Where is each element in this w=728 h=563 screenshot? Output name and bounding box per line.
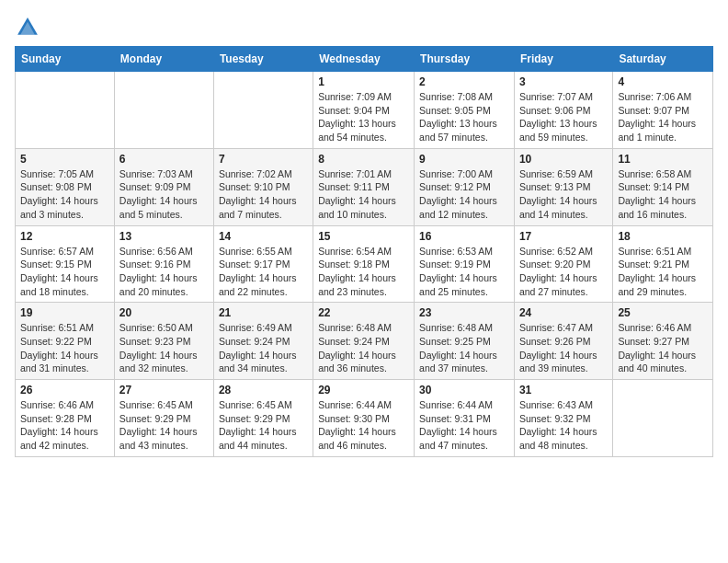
day-number: 15 <box>318 230 409 243</box>
calendar-cell: 4Sunrise: 7:06 AM Sunset: 9:07 PM Daylig… <box>613 72 713 149</box>
calendar-header-row: SundayMondayTuesdayWednesdayThursdayFrid… <box>16 47 713 72</box>
day-number: 14 <box>219 230 308 243</box>
day-number: 30 <box>419 384 509 396</box>
day-info: Sunrise: 6:46 AM Sunset: 9:27 PM Dayligh… <box>618 321 708 375</box>
day-info: Sunrise: 6:48 AM Sunset: 9:25 PM Dayligh… <box>419 321 509 375</box>
calendar-cell: 16Sunrise: 6:53 AM Sunset: 9:19 PM Dayli… <box>415 225 515 303</box>
day-info: Sunrise: 6:44 AM Sunset: 9:30 PM Dayligh… <box>318 398 409 453</box>
calendar-cell: 30Sunrise: 6:44 AM Sunset: 9:31 PM Dayli… <box>415 380 515 457</box>
calendar-cell: 10Sunrise: 6:59 AM Sunset: 9:13 PM Dayli… <box>514 148 612 225</box>
calendar-table: SundayMondayTuesdayWednesdayThursdayFrid… <box>15 46 713 457</box>
day-info: Sunrise: 7:01 AM Sunset: 9:11 PM Dayligh… <box>318 167 409 222</box>
day-info: Sunrise: 6:54 AM Sunset: 9:18 PM Dayligh… <box>318 245 409 299</box>
page-header <box>15 15 713 40</box>
calendar-cell: 28Sunrise: 6:45 AM Sunset: 9:29 PM Dayli… <box>213 380 313 457</box>
header-tuesday: Tuesday <box>213 47 313 72</box>
day-info: Sunrise: 7:06 AM Sunset: 9:07 PM Dayligh… <box>618 90 708 144</box>
day-number: 24 <box>519 306 608 319</box>
calendar-cell: 29Sunrise: 6:44 AM Sunset: 9:30 PM Dayli… <box>313 380 415 457</box>
day-number: 1 <box>318 75 409 88</box>
logo <box>15 15 44 40</box>
header-saturday: Saturday <box>613 47 713 72</box>
calendar-cell: 27Sunrise: 6:45 AM Sunset: 9:29 PM Dayli… <box>114 380 213 457</box>
calendar-cell: 13Sunrise: 6:56 AM Sunset: 9:16 PM Dayli… <box>114 225 213 303</box>
calendar-cell: 15Sunrise: 6:54 AM Sunset: 9:18 PM Dayli… <box>313 225 415 303</box>
day-number: 13 <box>119 230 209 243</box>
day-number: 4 <box>618 75 708 88</box>
calendar-cell: 23Sunrise: 6:48 AM Sunset: 9:25 PM Dayli… <box>415 303 515 380</box>
day-number: 20 <box>119 306 209 319</box>
day-info: Sunrise: 6:53 AM Sunset: 9:19 PM Dayligh… <box>419 245 509 299</box>
calendar-cell: 21Sunrise: 6:49 AM Sunset: 9:24 PM Dayli… <box>213 303 313 380</box>
day-info: Sunrise: 6:45 AM Sunset: 9:29 PM Dayligh… <box>219 398 308 453</box>
calendar-cell: 9Sunrise: 7:00 AM Sunset: 9:12 PM Daylig… <box>415 148 515 225</box>
header-monday: Monday <box>114 47 213 72</box>
calendar-cell: 22Sunrise: 6:48 AM Sunset: 9:24 PM Dayli… <box>313 303 415 380</box>
logo-icon <box>15 15 40 40</box>
calendar-cell: 5Sunrise: 7:05 AM Sunset: 9:08 PM Daylig… <box>16 148 115 225</box>
day-info: Sunrise: 7:05 AM Sunset: 9:08 PM Dayligh… <box>20 167 109 222</box>
day-number: 7 <box>219 153 308 166</box>
calendar-cell: 1Sunrise: 7:09 AM Sunset: 9:04 PM Daylig… <box>313 72 415 149</box>
day-number: 28 <box>219 384 308 396</box>
calendar-cell: 19Sunrise: 6:51 AM Sunset: 9:22 PM Dayli… <box>16 303 115 380</box>
day-number: 23 <box>419 306 509 319</box>
day-info: Sunrise: 6:46 AM Sunset: 9:28 PM Dayligh… <box>20 398 109 453</box>
day-number: 18 <box>618 230 708 243</box>
calendar-cell: 11Sunrise: 6:58 AM Sunset: 9:14 PM Dayli… <box>613 148 713 225</box>
day-number: 5 <box>20 153 109 166</box>
day-number: 11 <box>618 153 708 166</box>
day-number: 25 <box>618 306 708 319</box>
calendar-cell: 6Sunrise: 7:03 AM Sunset: 9:09 PM Daylig… <box>114 148 213 225</box>
calendar-cell: 25Sunrise: 6:46 AM Sunset: 9:27 PM Dayli… <box>613 303 713 380</box>
calendar-cell: 3Sunrise: 7:07 AM Sunset: 9:06 PM Daylig… <box>514 72 612 149</box>
calendar-week-row: 12Sunrise: 6:57 AM Sunset: 9:15 PM Dayli… <box>16 225 713 303</box>
day-number: 29 <box>318 384 409 396</box>
calendar-cell: 24Sunrise: 6:47 AM Sunset: 9:26 PM Dayli… <box>514 303 612 380</box>
calendar-cell: 12Sunrise: 6:57 AM Sunset: 9:15 PM Dayli… <box>16 225 115 303</box>
calendar-week-row: 1Sunrise: 7:09 AM Sunset: 9:04 PM Daylig… <box>16 72 713 149</box>
day-number: 6 <box>119 153 209 166</box>
day-info: Sunrise: 7:03 AM Sunset: 9:09 PM Dayligh… <box>119 167 209 222</box>
day-info: Sunrise: 6:50 AM Sunset: 9:23 PM Dayligh… <box>119 321 209 375</box>
calendar-week-row: 19Sunrise: 6:51 AM Sunset: 9:22 PM Dayli… <box>16 303 713 380</box>
day-info: Sunrise: 6:48 AM Sunset: 9:24 PM Dayligh… <box>318 321 409 375</box>
day-info: Sunrise: 6:57 AM Sunset: 9:15 PM Dayligh… <box>20 245 109 299</box>
day-info: Sunrise: 6:55 AM Sunset: 9:17 PM Dayligh… <box>219 245 308 299</box>
day-number: 27 <box>119 384 209 396</box>
calendar-cell <box>16 72 115 149</box>
calendar-cell: 20Sunrise: 6:50 AM Sunset: 9:23 PM Dayli… <box>114 303 213 380</box>
header-wednesday: Wednesday <box>313 47 415 72</box>
day-info: Sunrise: 6:44 AM Sunset: 9:31 PM Dayligh… <box>419 398 509 453</box>
day-info: Sunrise: 7:00 AM Sunset: 9:12 PM Dayligh… <box>419 167 509 222</box>
calendar-cell: 7Sunrise: 7:02 AM Sunset: 9:10 PM Daylig… <box>213 148 313 225</box>
day-number: 10 <box>519 153 608 166</box>
day-info: Sunrise: 6:56 AM Sunset: 9:16 PM Dayligh… <box>119 245 209 299</box>
day-number: 2 <box>419 75 509 88</box>
day-number: 9 <box>419 153 509 166</box>
day-info: Sunrise: 6:51 AM Sunset: 9:21 PM Dayligh… <box>618 245 708 299</box>
calendar-week-row: 26Sunrise: 6:46 AM Sunset: 9:28 PM Dayli… <box>16 380 713 457</box>
header-sunday: Sunday <box>16 47 115 72</box>
day-info: Sunrise: 6:47 AM Sunset: 9:26 PM Dayligh… <box>519 321 608 375</box>
day-number: 8 <box>318 153 409 166</box>
calendar-cell: 2Sunrise: 7:08 AM Sunset: 9:05 PM Daylig… <box>415 72 515 149</box>
day-info: Sunrise: 6:59 AM Sunset: 9:13 PM Dayligh… <box>519 167 608 222</box>
day-info: Sunrise: 6:52 AM Sunset: 9:20 PM Dayligh… <box>519 245 608 299</box>
calendar-cell: 18Sunrise: 6:51 AM Sunset: 9:21 PM Dayli… <box>613 225 713 303</box>
calendar-cell <box>114 72 213 149</box>
calendar-cell: 14Sunrise: 6:55 AM Sunset: 9:17 PM Dayli… <box>213 225 313 303</box>
day-number: 31 <box>519 384 608 396</box>
day-number: 26 <box>20 384 109 396</box>
day-number: 22 <box>318 306 409 319</box>
day-info: Sunrise: 6:43 AM Sunset: 9:32 PM Dayligh… <box>519 398 608 453</box>
day-info: Sunrise: 7:09 AM Sunset: 9:04 PM Dayligh… <box>318 90 409 144</box>
header-thursday: Thursday <box>415 47 515 72</box>
day-info: Sunrise: 6:58 AM Sunset: 9:14 PM Dayligh… <box>618 167 708 222</box>
header-friday: Friday <box>514 47 612 72</box>
day-number: 19 <box>20 306 109 319</box>
day-number: 21 <box>219 306 308 319</box>
day-number: 3 <box>519 75 608 88</box>
day-number: 16 <box>419 230 509 243</box>
day-number: 12 <box>20 230 109 243</box>
